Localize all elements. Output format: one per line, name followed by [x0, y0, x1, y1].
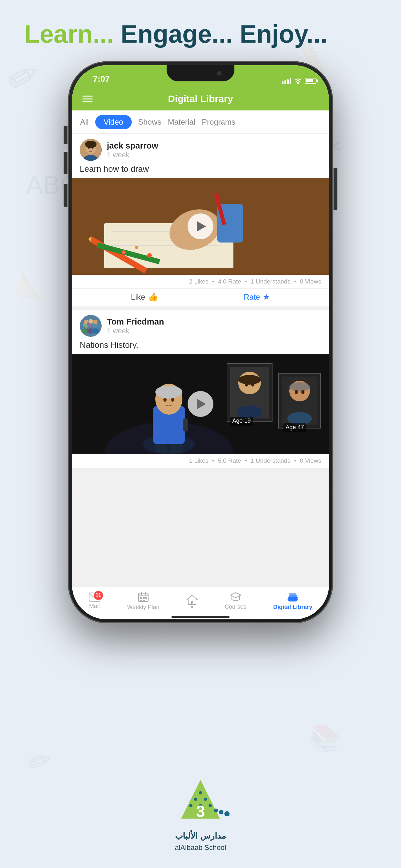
post2-stats: 1 Likes • 5.0 Rate • 1 Understands • 0 V…	[72, 454, 329, 468]
nav-item-mail[interactable]: 11 Mail	[89, 593, 100, 610]
like-label-1: Like	[131, 292, 145, 302]
camera-dot	[217, 71, 221, 75]
post2-author: Tom Friedman	[107, 317, 164, 327]
tab-shows[interactable]: Shows	[138, 115, 161, 129]
status-icons	[282, 78, 318, 84]
svg-point-13	[88, 147, 90, 149]
svg-text:3: 3	[196, 802, 205, 820]
nav-label-weekly-plan: Weekly Plan	[127, 604, 159, 611]
post2-meta: Tom Friedman 1 week	[107, 317, 164, 335]
play-icon-2	[197, 399, 206, 409]
post1-video[interactable]	[72, 178, 329, 275]
post1-understands-stat: 1 Understands	[251, 278, 290, 285]
post1-rate-stat: 4.0 Rate	[218, 278, 241, 285]
svg-point-91	[209, 804, 212, 807]
nav-item-weekly-plan[interactable]: Weekly Plan	[127, 592, 159, 611]
post1-meta: jack sparrow 1 week	[107, 141, 158, 159]
svg-point-8	[297, 82, 299, 84]
filter-tabs: All Video Shows Material Programs	[72, 111, 329, 134]
post2-header: Tom Friedman 1 week	[72, 310, 329, 340]
home-indicator	[172, 616, 229, 618]
school-name-arabic: مدارس الألباب	[175, 831, 226, 841]
svg-text:Age 47: Age 47	[285, 424, 304, 430]
post1-author: jack sparrow	[107, 141, 158, 151]
bottom-nav: 11 Mail Weekl	[72, 587, 329, 619]
like-button-1[interactable]: Like 👍	[131, 292, 158, 302]
hero-engage: Engage... Enjoy...	[114, 20, 328, 48]
tab-video[interactable]: Video	[95, 115, 132, 129]
svg-point-14	[92, 147, 94, 149]
post1-stats: 2 Likes • 4.0 Rate • 1 Understands • 0 V…	[72, 275, 329, 288]
svg-point-56	[245, 383, 248, 386]
svg-point-89	[189, 804, 192, 807]
svg-marker-80	[187, 595, 197, 604]
school-name-english: alAlbaab School	[175, 843, 226, 852]
phone-wrapper: 7:07	[68, 61, 333, 623]
svg-point-55	[238, 375, 261, 384]
wifi-icon	[294, 78, 302, 84]
volume-down-button	[64, 184, 67, 207]
svg-text:Age 19: Age 19	[232, 417, 251, 424]
svg-point-67	[287, 412, 312, 425]
play-icon-1	[197, 221, 206, 231]
svg-rect-78	[140, 600, 142, 601]
svg-point-94	[224, 811, 229, 816]
hero-learn: Learn...	[24, 20, 114, 48]
post-card-1: jack sparrow 1 week Learn how to draw	[72, 134, 329, 306]
svg-point-30	[147, 253, 152, 258]
svg-rect-79	[143, 600, 145, 601]
calendar-icon	[138, 592, 149, 602]
play-button-1[interactable]	[188, 213, 213, 239]
svg-rect-76	[143, 597, 145, 599]
post1-likes-stat: 2 Likes	[189, 278, 209, 285]
school-logo-graphic: 3	[168, 777, 233, 828]
svg-point-88	[204, 798, 207, 801]
post2-video[interactable]: Age 19 Age 47	[72, 354, 329, 454]
rate-button-1[interactable]: Rate ★	[244, 292, 270, 302]
notch	[166, 65, 235, 82]
post1-time: 1 week	[107, 151, 158, 159]
avatar-tom	[80, 315, 102, 337]
books-icon	[287, 592, 299, 602]
power-button	[334, 168, 337, 210]
svg-point-47	[163, 398, 166, 402]
content-area: jack sparrow 1 week Learn how to draw	[72, 134, 329, 587]
play-button-2[interactable]	[188, 391, 213, 417]
svg-rect-50	[171, 444, 182, 454]
nav-item-home[interactable]	[186, 594, 198, 609]
svg-point-66	[301, 390, 305, 394]
battery-icon	[305, 78, 318, 84]
svg-point-46	[155, 385, 182, 399]
nav-item-courses[interactable]: Courses	[225, 592, 246, 610]
tab-programs[interactable]: Programs	[202, 115, 235, 129]
avatar-jack	[80, 139, 102, 161]
volume-up-button	[64, 152, 67, 175]
star-icon-1: ★	[263, 292, 270, 302]
svg-point-58	[237, 406, 263, 418]
svg-rect-77	[145, 597, 147, 599]
nav-label-courses: Courses	[225, 603, 246, 610]
home-dot	[191, 606, 193, 609]
nav-label-digital-library: Digital Library	[273, 604, 312, 611]
post2-rate-stat: 5.0 Rate	[218, 457, 241, 464]
nav-label-mail: Mail	[89, 603, 100, 610]
svg-point-39	[91, 329, 99, 334]
nav-item-digital-library[interactable]: Digital Library	[273, 592, 312, 611]
phone-screen: 7:07	[72, 65, 329, 619]
post-card-2: Tom Friedman 1 week Nations History.	[72, 310, 329, 468]
graduation-icon	[230, 592, 242, 602]
hero-text: Learn... Engage... Enjoy...	[24, 18, 328, 51]
tab-all[interactable]: All	[80, 115, 89, 129]
hamburger-button[interactable]	[82, 96, 93, 102]
app-title: Digital Library	[168, 93, 233, 104]
app-header: Digital Library	[72, 87, 329, 111]
svg-rect-75	[140, 597, 142, 599]
post2-time: 1 week	[107, 327, 164, 335]
svg-rect-82	[288, 597, 298, 599]
post1-actions: Like 👍 Rate ★	[72, 288, 329, 306]
tab-material[interactable]: Material	[168, 115, 195, 129]
school-logo-section: 3 مدارس الألباب alAlbaab School	[168, 777, 233, 852]
svg-point-87	[194, 798, 197, 801]
mail-badge: 11	[94, 591, 103, 600]
svg-point-65	[295, 390, 298, 394]
